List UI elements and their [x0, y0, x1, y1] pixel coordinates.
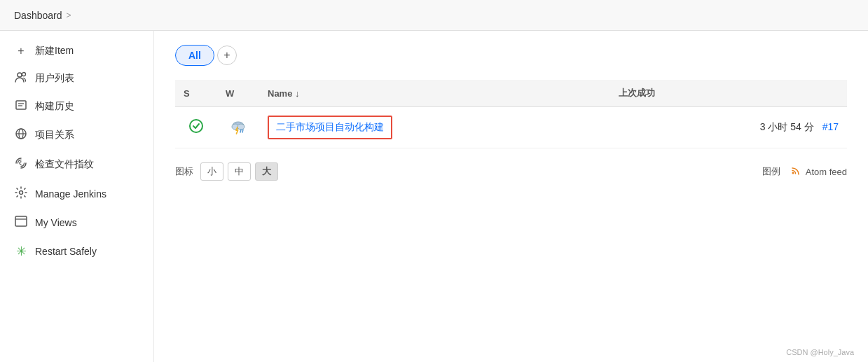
- table-row: 二手市场项目自动化构建 3 小时 54 分 #17: [175, 107, 847, 148]
- icon-size-group: 图标 小 中 大: [175, 162, 278, 181]
- col-header-name: Name ↓: [259, 80, 610, 107]
- svg-line-16: [242, 130, 243, 132]
- tab-all[interactable]: All: [175, 45, 214, 66]
- job-link[interactable]: 二手市场项目自动化构建: [276, 121, 384, 132]
- weather-icon: [228, 122, 248, 137]
- job-status-cell: [175, 107, 217, 148]
- watermark: CSDN @Holy_Java: [786, 348, 854, 356]
- sidebar-label-user-list: 用户列表: [35, 72, 74, 85]
- restart-icon: ✳: [14, 244, 28, 259]
- col-header-s: S: [175, 80, 217, 107]
- breadcrumb-chevron: >: [67, 11, 71, 20]
- build-link[interactable]: #17: [822, 121, 839, 132]
- last-success-time: 3 小时 54 分: [760, 121, 814, 132]
- svg-point-14: [237, 124, 244, 130]
- history-icon: [14, 99, 28, 113]
- tab-bar: All +: [175, 45, 847, 66]
- jobs-table: S W Name ↓ 上次成功: [175, 80, 847, 148]
- svg-point-17: [792, 172, 794, 174]
- legend-label: 图例: [762, 165, 780, 178]
- svg-rect-2: [16, 101, 26, 109]
- job-last-success-cell: 3 小时 54 分 #17: [610, 107, 847, 148]
- sidebar-item-restart-safely[interactable]: ✳ Restart Safely: [0, 237, 153, 266]
- sidebar-label-restart-safely: Restart Safely: [35, 246, 97, 257]
- job-name-cell: 二手市场项目自动化构建: [259, 107, 610, 148]
- col-header-last-success: 上次成功: [610, 80, 847, 107]
- svg-rect-9: [15, 216, 27, 226]
- fingerprint-icon: [14, 157, 28, 172]
- sidebar-label-manage-jenkins: Manage Jenkins: [35, 188, 106, 200]
- sidebar-item-user-list[interactable]: 用户列表: [0, 64, 153, 92]
- breadcrumb: Dashboard >: [14, 10, 71, 21]
- svg-point-1: [22, 73, 26, 76]
- size-medium-button[interactable]: 中: [228, 162, 251, 181]
- sidebar-item-build-history[interactable]: 构建历史: [0, 92, 153, 120]
- rss-icon: [790, 165, 801, 179]
- table-header-row: S W Name ↓ 上次成功: [175, 80, 847, 107]
- plus-icon: +: [14, 45, 28, 57]
- views-icon: [14, 216, 28, 230]
- svg-point-11: [190, 120, 202, 132]
- icon-size-label: 图标: [175, 165, 193, 178]
- main-content: All + S W Name ↓ 上次成功: [154, 31, 868, 362]
- atom-feed-link[interactable]: Atom feed: [790, 165, 847, 179]
- sidebar-label-my-views: My Views: [35, 217, 77, 228]
- atom-feed-label: Atom feed: [806, 167, 847, 177]
- sidebar-label-project-relations: 项目关系: [35, 129, 74, 141]
- sidebar-item-new-item[interactable]: + 新建Item: [0, 38, 153, 64]
- breadcrumb-home[interactable]: Dashboard: [14, 10, 62, 21]
- sidebar-label-build-history: 构建历史: [35, 100, 74, 113]
- users-icon: [14, 71, 28, 85]
- svg-point-8: [20, 191, 23, 195]
- status-success-icon: [188, 121, 204, 137]
- col-header-w: W: [217, 80, 259, 107]
- sidebar-item-my-views[interactable]: My Views: [0, 209, 153, 237]
- add-tab-button[interactable]: +: [217, 46, 237, 65]
- job-weather-cell: [217, 107, 259, 148]
- sidebar: + 新建Item 用户列表 构建历史: [0, 31, 154, 362]
- sidebar-label-new-item: 新建Item: [35, 45, 74, 57]
- size-small-button[interactable]: 小: [200, 162, 223, 181]
- relations-icon: [14, 127, 28, 143]
- legend-group: 图例 Atom feed: [762, 165, 847, 179]
- size-large-button[interactable]: 大: [255, 162, 278, 181]
- gear-icon: [14, 186, 28, 202]
- page-layout: + 新建Item 用户列表 构建历史: [0, 31, 868, 362]
- svg-line-15: [240, 130, 241, 132]
- header: Dashboard >: [0, 0, 868, 31]
- svg-point-0: [18, 73, 22, 77]
- sidebar-item-manage-jenkins[interactable]: Manage Jenkins: [0, 179, 153, 209]
- footer-bar: 图标 小 中 大 图例 Atom feed: [175, 162, 847, 181]
- sidebar-item-fingerprint[interactable]: 检查文件指纹: [0, 150, 153, 179]
- sidebar-label-fingerprint: 检查文件指纹: [35, 158, 94, 171]
- sidebar-item-project-relations[interactable]: 项目关系: [0, 120, 153, 150]
